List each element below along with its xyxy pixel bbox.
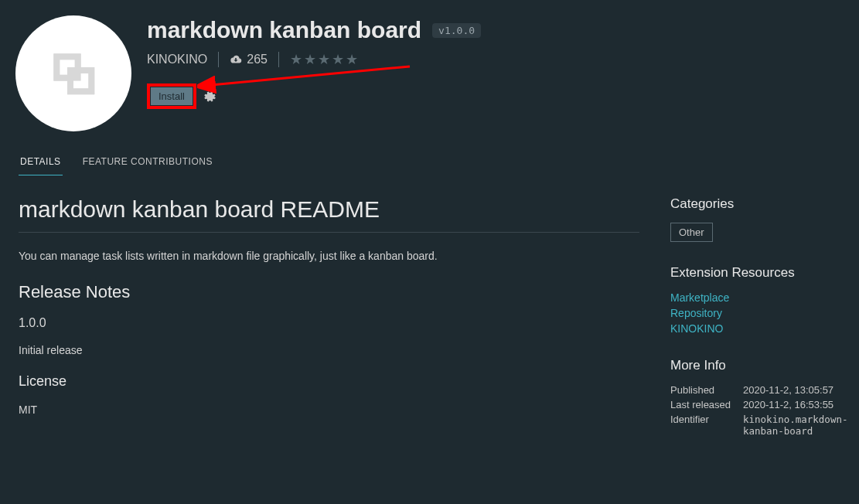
lastreleased-label: Last released xyxy=(670,399,740,410)
moreinfo-heading: More Info xyxy=(670,358,840,373)
extension-title: markdown kanban board xyxy=(147,17,421,43)
cloud-download-icon xyxy=(230,53,242,66)
link-publisher[interactable]: KINOKINO xyxy=(670,322,840,335)
tab-bar: DETAILS FEATURE CONTRIBUTIONS xyxy=(0,150,859,176)
details-pane: markdown kanban board README You can man… xyxy=(19,196,639,460)
extension-icon xyxy=(15,15,131,131)
readme-description: You can manage task lists written in mar… xyxy=(19,250,639,262)
download-count: 265 xyxy=(230,53,268,66)
published-value: 2020-11-2, 13:05:57 xyxy=(743,384,847,396)
lastreleased-value: 2020-11-2, 16:53:55 xyxy=(743,399,847,410)
annotation-highlight: Install xyxy=(147,83,196,109)
identifier-label: Identifier xyxy=(670,414,740,437)
package-icon xyxy=(43,43,104,104)
release-notes-heading: Release Notes xyxy=(19,282,639,302)
link-repository[interactable]: Repository xyxy=(670,307,840,319)
separator xyxy=(218,52,219,67)
moreinfo-grid: Published 2020-11-2, 13:05:57 Last relea… xyxy=(670,384,840,437)
resources-heading: Extension Resources xyxy=(670,265,840,281)
tab-feature-contributions[interactable]: FEATURE CONTRIBUTIONS xyxy=(81,150,214,175)
link-marketplace[interactable]: Marketplace xyxy=(670,291,840,304)
manage-gear-button[interactable] xyxy=(203,90,216,104)
extension-meta: markdown kanban board v1.0.0 KINOKINO 26… xyxy=(147,15,851,131)
separator xyxy=(278,52,279,67)
install-button[interactable]: Install xyxy=(151,87,193,105)
release-note-text: Initial release xyxy=(19,344,639,356)
sidebar: Categories Other Extension Resources Mar… xyxy=(670,196,840,460)
publisher-name[interactable]: KINOKINO xyxy=(147,53,207,66)
gear-icon xyxy=(203,90,216,104)
license-value: MIT xyxy=(19,404,639,416)
version-badge: v1.0.0 xyxy=(432,23,481,38)
svg-rect-11 xyxy=(67,67,81,81)
rating-stars[interactable]: ★★★★★ xyxy=(290,51,360,68)
tab-details[interactable]: DETAILS xyxy=(19,150,63,175)
published-label: Published xyxy=(670,384,740,396)
category-chip[interactable]: Other xyxy=(670,223,713,242)
release-version: 1.0.0 xyxy=(19,316,639,330)
identifier-value: kinokino.markdown-kanban-board xyxy=(743,414,847,437)
readme-title: markdown kanban board README xyxy=(19,196,639,233)
extension-header: markdown kanban board v1.0.0 KINOKINO 26… xyxy=(0,0,859,147)
license-heading: License xyxy=(19,373,639,390)
download-value: 265 xyxy=(247,53,268,66)
categories-heading: Categories xyxy=(670,196,840,212)
